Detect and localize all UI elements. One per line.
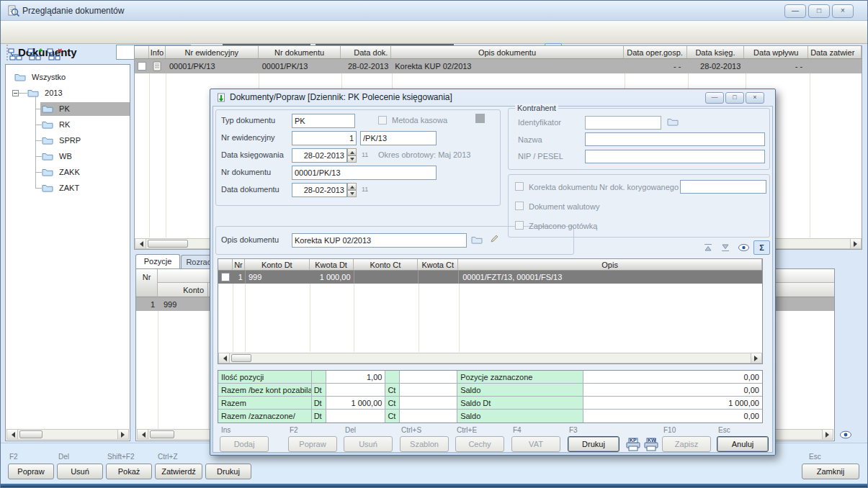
dodaj-button[interactable]: Dodaj [220, 436, 269, 452]
dialog-restore-button[interactable]: □ [725, 92, 744, 104]
eye-icon[interactable] [737, 243, 751, 254]
calendar-badge-icon[interactable]: 11 [362, 151, 368, 158]
data-dokumentu-field[interactable]: 28-02-2013 [292, 183, 347, 197]
scroll-right-icon[interactable] [850, 239, 861, 248]
tree-item-wb[interactable]: WB [42, 150, 72, 163]
drukuj-button[interactable]: Drukuj [568, 436, 619, 452]
zapisz-button[interactable]: Zapisz [662, 436, 711, 452]
nr-dok-korygowanego-field[interactable] [680, 180, 766, 194]
anuluj-button[interactable]: Anuluj [717, 436, 769, 452]
zatwierdz-button[interactable]: Zatwierdź [155, 464, 202, 479]
spin-down-icon[interactable] [347, 155, 357, 163]
document-row[interactable]: 00001/PK/13 00001/PK/13 28-02-2013 Korek… [135, 59, 862, 73]
header-nr-dokumentu[interactable]: Nr dokumentu [259, 46, 341, 58]
tree-hscrollbar[interactable] [6, 429, 129, 440]
pokaz-button[interactable]: Pokaż [106, 464, 152, 479]
scroll-thumb[interactable] [150, 430, 174, 438]
nr-dokumentu-field[interactable]: 00001/PK/13 [292, 166, 437, 180]
scroll-thumb[interactable] [19, 430, 42, 438]
scroll-thumb[interactable] [148, 240, 188, 248]
header-data-oper-gosp[interactable]: Data oper.gosp. [624, 46, 687, 58]
restore-button[interactable]: □ [808, 4, 830, 18]
minimize-button[interactable]: — [784, 4, 806, 18]
scroll-left-icon[interactable] [219, 353, 230, 363]
tree-item-zakk[interactable]: ZAKK [42, 166, 80, 179]
header-konto-dt[interactable]: Konto Dt [245, 259, 310, 270]
item-row[interactable]: 1 999 1 000,00 00001/FZT/13, 00001/FS/13 [218, 271, 762, 284]
header-data-dok[interactable]: Data dok. [341, 46, 391, 58]
typ-dokumentu-field[interactable]: PK [292, 114, 355, 128]
tree-item-sprp[interactable]: SPRP [42, 134, 81, 148]
tree-item-rk[interactable]: RK [42, 118, 70, 132]
scroll-right-icon[interactable] [751, 353, 761, 363]
tree-item-zakt[interactable]: ZAKT [42, 181, 79, 195]
row-checkbox[interactable] [138, 62, 146, 71]
dialog-minimize-button[interactable]: — [705, 92, 724, 104]
nr-ewidencyjny-field[interactable]: 1 [292, 131, 357, 145]
header-opis-dokumentu[interactable]: Opis dokumentu [391, 46, 623, 58]
print-kw-icon[interactable]: KW [643, 437, 659, 451]
drukuj-button[interactable]: Drukuj [205, 464, 251, 479]
nr-ewidencyjny-suffix-field[interactable]: /PK/13 [360, 131, 437, 145]
data-ksiegowania-spinner[interactable] [347, 148, 357, 163]
spin-down-icon[interactable] [347, 190, 357, 197]
sigma-sum-toggle[interactable]: Σ [753, 240, 770, 255]
folder-icon[interactable] [471, 235, 483, 245]
scroll-left-icon[interactable] [7, 430, 18, 439]
zaplacono-gotowka-checkbox[interactable] [515, 221, 524, 230]
metoda-kasowa-checkbox[interactable] [378, 116, 387, 125]
tree-item-pk[interactable]: PK [42, 102, 70, 116]
scroll-left-icon[interactable] [138, 430, 148, 439]
document-info-icon[interactable] [153, 61, 161, 71]
header-select-column[interactable] [135, 46, 149, 58]
header-opis[interactable]: Opis [458, 259, 762, 270]
popraw-button[interactable]: Popraw [288, 436, 337, 452]
data-ksiegowania-field[interactable]: 28-02-2013 [292, 148, 347, 163]
header-info[interactable]: Info [149, 46, 166, 58]
edit-pencil-icon[interactable] [490, 234, 499, 245]
close-button[interactable]: × [832, 4, 854, 18]
cechy-button[interactable]: Cechy [455, 436, 504, 452]
popraw-button[interactable]: Popraw [8, 464, 54, 479]
vat-button[interactable]: VAT [511, 436, 560, 452]
szablon-button[interactable]: Szablon [400, 436, 449, 452]
tree-item-wszystko[interactable]: Wszystko [14, 71, 66, 84]
scroll-left-icon[interactable] [135, 239, 146, 248]
tree-expander-icon[interactable] [12, 90, 19, 96]
opis-dokumentu-field[interactable]: Korekta KUP 02/2013 [292, 233, 467, 248]
row-checkbox[interactable] [221, 273, 230, 281]
positions-header-konto[interactable]: Konto [158, 283, 208, 297]
tab-pozycje[interactable]: Pozycje [135, 254, 180, 268]
data-dokumentu-spinner[interactable] [347, 183, 357, 197]
collapse-down-icon[interactable] [720, 243, 730, 253]
folder-icon[interactable] [667, 117, 679, 127]
tree-view-icon[interactable] [8, 48, 22, 62]
scroll-right-icon[interactable] [117, 430, 128, 439]
usun-button[interactable]: Usuń [344, 436, 393, 452]
print-kp-icon[interactable]: KP [625, 437, 641, 451]
dokument-walutowy-checkbox[interactable] [515, 202, 524, 210]
header-nr[interactable]: Nr [233, 259, 245, 270]
calendar-badge-icon[interactable]: 11 [362, 186, 368, 193]
header-data-wplywu[interactable]: Data wpływu [744, 46, 808, 58]
identyfikator-field[interactable] [585, 116, 661, 130]
spin-up-icon[interactable] [347, 183, 357, 190]
items-hscrollbar[interactable] [218, 353, 762, 363]
nip-pesel-field[interactable] [585, 150, 765, 163]
header-kwota-ct[interactable]: Kwota Ct [418, 259, 458, 270]
header-kwota-dt[interactable]: Kwota Dt [310, 259, 354, 270]
eye-icon[interactable] [838, 430, 853, 442]
spin-up-icon[interactable] [347, 148, 357, 155]
scroll-thumb[interactable] [231, 354, 251, 362]
tree-item-2013[interactable]: 2013 [27, 86, 63, 100]
header-data-zatwier[interactable]: Data zatwier [808, 46, 862, 58]
tree-add-icon[interactable] [27, 48, 43, 62]
tree-delete-icon[interactable] [47, 48, 63, 62]
korekta-dokumentu-checkbox[interactable] [515, 182, 524, 191]
header-data-ksieg[interactable]: Data księg. [687, 46, 745, 58]
scroll-right-icon[interactable] [822, 430, 833, 439]
header-select-column[interactable] [218, 259, 233, 270]
dialog-close-button[interactable]: × [746, 92, 764, 104]
header-konto-ct[interactable]: Konto Ct [354, 259, 419, 270]
usun-button[interactable]: Usuń [57, 464, 103, 479]
